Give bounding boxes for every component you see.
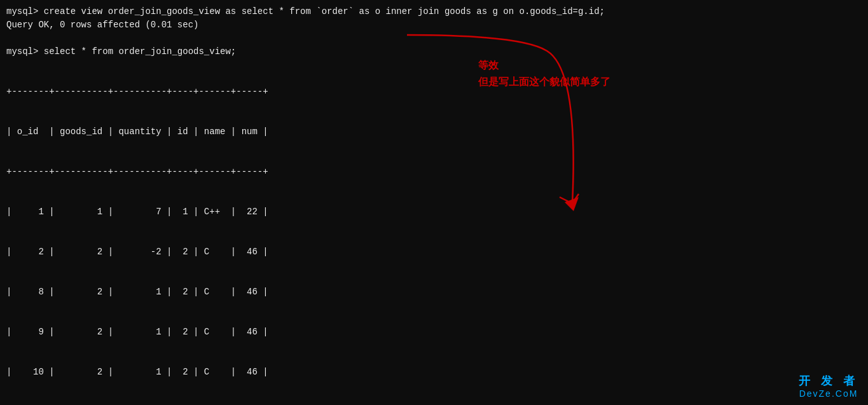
terminal-top: mysql> create view order_join_goods_view… <box>0 0 868 405</box>
empty-line <box>6 32 862 45</box>
table-row: | 9 | 2 | 1 | 2 | C | 46 | <box>6 326 862 339</box>
create-view-line: mysql> create view order_join_goods_view… <box>6 5 862 18</box>
table-row: | 10 | 2 | 1 | 2 | C | 46 | <box>6 366 862 379</box>
devze-bottom-text: DevZe.CoM <box>799 388 858 399</box>
query-ok-line: Query OK, 0 rows affected (0.01 sec) <box>6 18 862 32</box>
table-top: +-------+----------+----------+----+----… <box>6 58 862 405</box>
table-row: | 1 | 1 | 7 | 1 | C++ | 22 | <box>6 205 862 219</box>
table-row: | 8 | 2 | 1 | 2 | C | 46 | <box>6 285 862 299</box>
table-border-top2: +-------+----------+----------+----+----… <box>6 165 862 179</box>
table-header-top: | o_id | goods_id | quantity | id | name… <box>6 125 862 139</box>
table-row: | 2 | 2 | -2 | 2 | C | 46 | <box>6 245 862 259</box>
devze-watermark: 开 发 者 DevZe.CoM <box>799 373 858 399</box>
table-border-top1: +-------+----------+----------+----+----… <box>6 85 862 99</box>
select-view-line: mysql> select * from order_join_goods_vi… <box>6 45 862 58</box>
devze-top-text: 开 发 者 <box>799 373 858 388</box>
